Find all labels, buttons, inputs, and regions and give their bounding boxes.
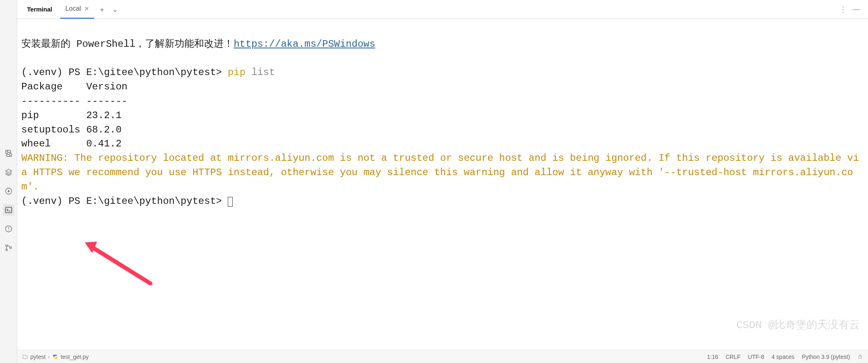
python-file-icon [52, 354, 58, 360]
layers-icon[interactable] [3, 167, 14, 178]
terminal-output[interactable]: 安装最新的 PowerShell，了解新功能和改进！https://aka.ms… [17, 19, 868, 350]
close-icon[interactable]: ✕ [84, 5, 89, 12]
terminal-icon[interactable] [3, 204, 14, 216]
install-hint-text: 安装最新的 PowerShell，了解新功能和改进！ [21, 39, 233, 50]
terminal-cursor [228, 197, 233, 207]
status-encoding[interactable]: UTF-8 [748, 354, 764, 360]
crumb-folder: pytest [30, 354, 45, 360]
pip-row-2: setuptools 68.2.0 [21, 124, 122, 135]
prompt-1: (.venv) PS E:\gitee\python\pytest> [21, 67, 228, 78]
more-icon[interactable]: ⋮ [839, 5, 847, 14]
terminal-tabbar: Terminal Local ✕ ＋ ⌄ ⋮ — [17, 0, 868, 19]
svg-point-0 [7, 151, 7, 152]
git-icon[interactable] [3, 242, 14, 253]
minimize-icon[interactable]: — [852, 5, 860, 14]
lock-icon[interactable] [857, 354, 863, 359]
tab-local[interactable]: Local ✕ [60, 0, 94, 19]
status-eol[interactable]: CRLF [725, 354, 741, 360]
left-toolbar [0, 0, 17, 363]
crumb-file: test_get.py [61, 354, 89, 360]
status-position[interactable]: 1:16 [707, 354, 718, 360]
services-icon[interactable] [3, 185, 14, 197]
pip-divider: ---------- ------- [21, 96, 127, 107]
python-console-icon[interactable] [3, 148, 14, 159]
folder-icon [22, 354, 28, 360]
svg-point-6 [5, 245, 7, 247]
cmd-pip: pip [228, 67, 245, 78]
tab-label: Local [65, 5, 81, 12]
pip-warning: WARNING: The repository located at mirro… [21, 153, 859, 192]
status-interpreter[interactable]: Python 3.9 (pytest) [802, 354, 850, 360]
watermark-text: CSDN @比奇堡的天没有云 [736, 318, 860, 333]
new-tab-button[interactable]: ＋ [97, 4, 107, 15]
svg-point-5 [8, 230, 9, 231]
crumb-sep: › [48, 354, 50, 360]
pip-row-1: pip 23.2.1 [21, 110, 122, 121]
pip-header: Package Version [21, 81, 127, 92]
panel-title: Terminal [21, 6, 58, 13]
pswindows-link[interactable]: https://aka.ms/PSWindows [233, 39, 375, 50]
svg-rect-9 [859, 356, 862, 358]
svg-rect-3 [5, 207, 11, 212]
status-bar: pytest › test_get.py 1:16 CRLF UTF-8 4 s… [17, 350, 868, 363]
prompt-2: (.venv) PS E:\gitee\python\pytest> [21, 196, 228, 207]
annotation-arrow [34, 220, 154, 310]
cmd-list: list [245, 67, 275, 78]
problems-icon[interactable] [3, 223, 14, 235]
svg-point-7 [5, 249, 7, 251]
status-indent[interactable]: 4 spaces [771, 354, 794, 360]
tab-dropdown-icon[interactable]: ⌄ [110, 4, 120, 15]
breadcrumb[interactable]: pytest › test_get.py [22, 354, 89, 360]
svg-point-1 [9, 155, 10, 156]
pip-row-3: wheel 0.41.2 [21, 138, 122, 149]
